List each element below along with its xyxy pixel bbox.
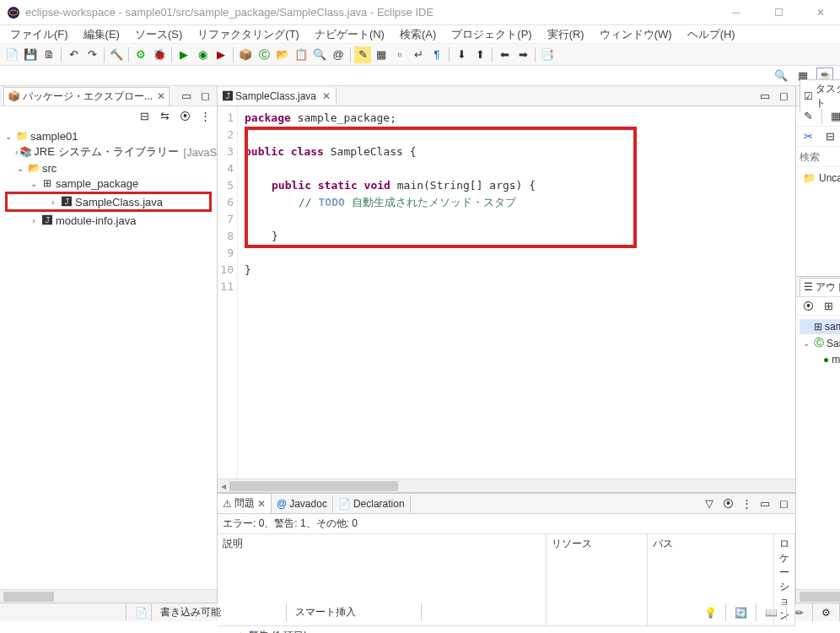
tab-javadoc[interactable]: @ Javadoc (272, 495, 333, 512)
maximize-editor-icon[interactable]: ◻ (775, 88, 792, 105)
menu-help[interactable]: ヘルプ(H) (681, 25, 742, 44)
tab-declaration[interactable]: 📄 Declaration (333, 495, 411, 512)
coverage-icon[interactable]: ◉ (194, 46, 211, 63)
menu-search[interactable]: 検索(A) (393, 25, 443, 44)
new-icon[interactable]: 📄 (3, 46, 20, 63)
hide-icon[interactable]: ✂ (800, 128, 816, 145)
chevron-right-icon[interactable]: › (29, 215, 39, 225)
file-sampleclass[interactable]: › 🅹 SampleClass.java (5, 192, 212, 212)
outline-scrollbar[interactable] (796, 589, 840, 603)
run-last-icon[interactable]: ▶ (213, 46, 229, 63)
file-moduleinfo[interactable]: › 🅹 module-info.java (2, 213, 215, 228)
editor-body[interactable]: 1 2 3 4 5 6 7 8 9 10 11 package sample_p… (218, 106, 795, 479)
perspective-icon[interactable]: 📑 (539, 46, 556, 63)
minimize-view-icon[interactable]: ▭ (178, 88, 195, 105)
menu-navigate[interactable]: ナビゲート(N) (308, 25, 391, 44)
editor-scrollbar-horizontal[interactable]: ◂ (218, 479, 795, 492)
chevron-right-icon[interactable]: › (15, 147, 18, 157)
package-node[interactable]: ⌄ ⊞ sample_package (2, 176, 215, 191)
link-editor-icon[interactable]: ⇆ (156, 107, 173, 124)
src-node[interactable]: ⌄ 📂 src (2, 160, 215, 176)
menu-refactor[interactable]: リファクタリング(T) (191, 25, 306, 44)
maximize-button[interactable]: ☐ (766, 4, 791, 21)
debug-config-icon[interactable]: ⚙ (132, 46, 149, 63)
col-resource[interactable]: リソース (547, 534, 648, 625)
project-node[interactable]: ⌄ 📁 sample01 (2, 128, 215, 143)
status-sync-icon[interactable]: 🔄 (726, 603, 757, 621)
redo-icon[interactable]: ↷ (83, 46, 100, 63)
task-uncategorized[interactable]: 📁 Uncategorized (800, 170, 840, 186)
sort-icon[interactable]: ⊞ (820, 298, 837, 315)
pin-icon[interactable]: ¶ (428, 46, 445, 63)
view-menu-icon[interactable]: ⋮ (197, 107, 213, 124)
annotation-icon[interactable]: @ (330, 46, 347, 63)
close-icon[interactable]: ✕ (257, 498, 266, 510)
view-menu-icon[interactable]: ⋮ (738, 495, 755, 512)
save-all-icon[interactable]: 🗎 (40, 46, 57, 63)
forward-icon[interactable]: ➡ (514, 46, 531, 63)
minimize-editor-icon[interactable]: ▭ (757, 88, 773, 105)
focus-task-icon[interactable]: ⦿ (176, 107, 193, 124)
minimize-view-icon[interactable]: ▭ (757, 495, 773, 512)
filter-icon[interactable]: ▽ (701, 495, 718, 512)
save-icon[interactable]: 💾 (22, 46, 39, 63)
tab-problems[interactable]: ⚠ 問題 ✕ (218, 494, 272, 513)
undo-icon[interactable]: ↶ (65, 46, 82, 63)
package-explorer-tab[interactable]: 📦 パッケージ・エクスプロー... ✕ (3, 87, 170, 106)
toggle-mark-icon[interactable]: ✎ (354, 46, 371, 63)
jre-node[interactable]: › 📚 JRE システム・ライブラリー [JavaS (2, 143, 215, 160)
menu-edit[interactable]: 編集(E) (77, 25, 127, 44)
maximize-view-icon[interactable]: ◻ (775, 495, 792, 512)
menu-project[interactable]: プロジェクト(P) (444, 25, 538, 44)
status-gear-icon[interactable]: ⚙ (813, 603, 840, 621)
categorize-icon[interactable]: ▦ (827, 108, 840, 125)
show-whitespace-icon[interactable]: ▫ (391, 46, 408, 63)
menu-window[interactable]: ウィンドウ(W) (593, 25, 679, 44)
chevron-right-icon[interactable]: › (48, 197, 58, 207)
back-icon[interactable]: ⬅ (496, 46, 513, 63)
quick-search-icon[interactable]: 🔍 (773, 68, 789, 84)
open-type-icon[interactable]: 📂 (274, 46, 291, 63)
toggle-word-wrap-icon[interactable]: ↵ (410, 46, 427, 63)
close-icon[interactable]: ✕ (157, 90, 165, 102)
new-package-icon[interactable]: 📦 (237, 46, 254, 63)
scrollbar-horizontal[interactable] (0, 589, 217, 603)
status-tip-icon[interactable]: 💡 (696, 603, 726, 621)
chevron-down-icon[interactable]: ⌄ (15, 163, 25, 173)
new-task-icon[interactable]: ✎ (800, 108, 816, 125)
close-button[interactable]: ✕ (808, 4, 833, 21)
focus-icon[interactable]: ⦿ (719, 495, 736, 512)
editor-tab-sampleclass[interactable]: 🅹 SampleClass.java ✕ (218, 88, 337, 105)
maximize-view-icon[interactable]: ◻ (197, 88, 213, 105)
run-icon[interactable]: ▶ (175, 46, 192, 63)
search-icon[interactable]: 🔍 (311, 46, 328, 63)
chevron-down-icon[interactable]: ⌄ (29, 178, 39, 188)
debug-icon[interactable]: 🐞 (151, 46, 168, 63)
chevron-down-icon[interactable]: ⌄ (3, 131, 13, 141)
status-book-icon[interactable]: 📖 (757, 603, 787, 621)
toggle-block-icon[interactable]: ▦ (373, 46, 390, 63)
menu-run[interactable]: 実行(R) (541, 25, 591, 44)
outline-tab[interactable]: ☰ アウトライン ✕ (800, 278, 840, 296)
minimize-button[interactable]: ─ (724, 4, 749, 21)
close-icon[interactable]: ✕ (322, 90, 331, 102)
prev-annotation-icon[interactable]: ⬆ (471, 46, 488, 63)
task-search-input[interactable] (800, 151, 840, 163)
next-annotation-icon[interactable]: ⬇ (453, 46, 470, 63)
menu-file[interactable]: ファイル(F) (3, 25, 75, 44)
chevron-down-icon[interactable]: ⌄ (801, 338, 811, 349)
collapse-all-icon[interactable]: ⊟ (136, 107, 153, 124)
new-class-icon[interactable]: Ⓒ (256, 46, 272, 63)
focus-icon[interactable]: ⦿ (800, 298, 816, 315)
collapse-icon[interactable]: ⊟ (821, 128, 838, 145)
problems-row-warnings[interactable]: › ⚠ 警告 (1 項目) (218, 626, 795, 633)
outline-package[interactable]: ⊞ sample_package (800, 319, 840, 334)
menu-source[interactable]: ソース(S) (128, 25, 189, 44)
build-icon[interactable]: 🔨 (108, 46, 125, 63)
open-task-icon[interactable]: 📋 (293, 46, 310, 63)
outline-class[interactable]: ⌄ Ⓒ SampleClass (800, 334, 840, 352)
code-area[interactable]: package sample_package; public class Sam… (238, 106, 795, 479)
status-icon[interactable]: 📄 (127, 603, 152, 621)
status-edit-icon[interactable]: ✏ (787, 603, 813, 621)
outline-method[interactable]: ● main(String[]) : v (800, 352, 840, 367)
